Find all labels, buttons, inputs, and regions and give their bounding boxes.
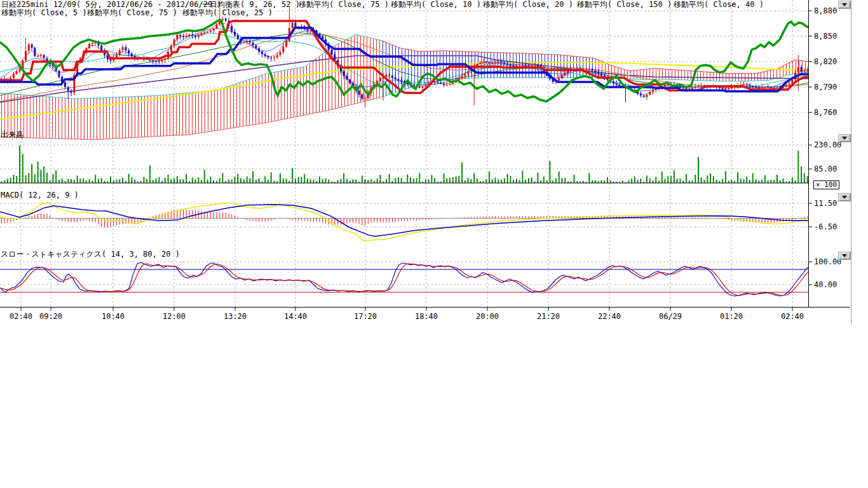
svg-text:8,880: 8,880 — [814, 6, 837, 15]
volume-panel — [1, 146, 808, 183]
stoch-panel — [0, 262, 809, 296]
svg-text:02:40: 02:40 — [781, 312, 804, 321]
stoch-d-line — [0, 264, 808, 295]
svg-text:10:40: 10:40 — [102, 312, 125, 321]
macd-line — [0, 203, 809, 241]
svg-text:8,790: 8,790 — [814, 83, 837, 92]
chevron-down-icon — [842, 137, 847, 140]
legend-ma10: 移動平均( Close, 10 ) — [391, 1, 481, 9]
svg-text:14:40: 14:40 — [284, 312, 307, 321]
svg-text:13:20: 13:20 — [224, 312, 247, 321]
macd-panel-label: MACD( 12, 26, 9 ) — [1, 191, 79, 200]
chart-canvas[interactable]: 8,8808,8508,8208,7908,760230.0085.0011.5… — [0, 0, 854, 325]
legend-ma5: 移動平均( Close, 5 ) — [1, 9, 87, 17]
svg-text:22:40: 22:40 — [598, 312, 621, 321]
volume-scale-menu-button[interactable] — [839, 135, 850, 142]
svg-text:09:20: 09:20 — [39, 312, 62, 321]
svg-text:02:40: 02:40 — [10, 312, 32, 321]
trading-chart-app: 8,8808,8508,8208,7908,760230.0085.0011.5… — [0, 0, 868, 488]
macd-scale-menu-button[interactable] — [839, 194, 850, 201]
svg-text:8,850: 8,850 — [814, 32, 837, 41]
macd-panel — [0, 203, 809, 241]
legend-ma75: 移動平均( Close, 75 ) — [299, 1, 389, 9]
svg-text:06/29: 06/29 — [659, 312, 682, 321]
chevron-down-icon — [842, 3, 847, 6]
svg-text:01:20: 01:20 — [720, 312, 743, 321]
axes — [0, 0, 850, 311]
gridlines — [0, 0, 809, 307]
legend-ma75-2: 移動平均( Close, 75 ) — [87, 9, 177, 17]
svg-text:8,820: 8,820 — [814, 57, 837, 66]
legend-ma40: 移動平均( Close, 40 ) — [674, 1, 764, 9]
legend-ma20: 移動平均( Close, 20 ) — [483, 1, 573, 9]
svg-text:100.00: 100.00 — [814, 257, 841, 266]
svg-text:20:00: 20:00 — [476, 312, 499, 321]
svg-text:8,760: 8,760 — [814, 108, 837, 117]
volume-multiplier-badge: × 100 — [813, 180, 839, 189]
svg-text:85.00: 85.00 — [814, 165, 837, 173]
svg-text:230.00: 230.00 — [814, 140, 841, 149]
stoch-panel-label: スロー・ストキャスティクス( 14, 3, 80, 20 ) — [1, 250, 180, 259]
stoch-scale-menu-button[interactable] — [839, 252, 850, 259]
svg-text:11.50: 11.50 — [814, 199, 837, 208]
legend-ma25: 移動平均( Close, 25 ) — [182, 9, 273, 17]
chevron-down-icon — [842, 196, 847, 199]
chevron-down-icon — [842, 254, 847, 257]
svg-text:17:20: 17:20 — [354, 312, 377, 321]
svg-text:21:20: 21:20 — [537, 312, 560, 321]
svg-text:-6.50: -6.50 — [814, 222, 837, 231]
volume-panel-label: 出来高 — [1, 131, 24, 139]
svg-text:40.00: 40.00 — [814, 280, 837, 289]
price-panel — [0, 8, 809, 140]
svg-text:12:00: 12:00 — [163, 312, 186, 321]
legend-ma150: 移動平均( Close, 150 ) — [577, 1, 672, 9]
price-scale-menu-button[interactable] — [839, 1, 850, 8]
svg-text:18:40: 18:40 — [415, 312, 438, 321]
